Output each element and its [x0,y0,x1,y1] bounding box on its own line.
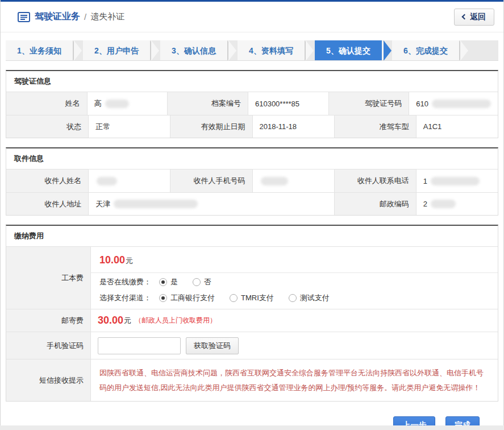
pickup-table-row: 收件人地址 天津 邮政编码 2 [6,192,498,215]
previous-step-button[interactable]: 上一步 [393,416,435,425]
step-2-user-declaration[interactable]: 2、用户申告 [83,40,150,61]
channel-option-icbc[interactable]: 工商银行支付 [159,293,215,303]
mail-fee-value: 30.00元 （邮政人员上门收取费用） [90,309,498,332]
sms-code-value: 获取验证码 [90,332,498,359]
license-table-row: 姓名 高 档案编号 610300****85 驾驶证号码 610 [6,92,498,115]
step-6-complete-submit[interactable]: 6、完成提交 [392,40,459,61]
step-label: 3、确认信息 [172,46,216,55]
vehicle-class-value: A1C1 [416,115,498,138]
sms-code-label: 手机验证码 [6,332,90,359]
valid-until-value: 2018-11-18 [252,115,334,138]
radio-unchecked-icon[interactable] [193,278,201,286]
production-fee-amount-line: 10.00元 [91,247,498,273]
valid-until-label: 有效期止日期 [170,115,252,138]
recipient-mobile-label: 收件人手机号码 [170,169,252,192]
back-button[interactable]: 返回 [454,9,494,26]
step-label: 6、完成提交 [403,46,448,55]
online-payment-question: 是否在线缴费： [99,277,151,287]
vehicle-class-label: 准驾车型 [334,115,416,138]
recipient-phone-label: 收件人联系电话 [334,169,416,192]
postal-code-label: 邮政编码 [334,192,416,215]
step-label: 5、确认提交 [326,46,370,55]
sms-code-row: 手机验证码 获取验证码 [6,332,498,359]
radio-option-label: TMRI支付 [241,293,274,303]
mail-fee-unit: 元 [124,316,131,326]
step-label: 4、资料填写 [249,46,293,55]
recipient-address-label: 收件人地址 [6,192,88,215]
name-value-text: 高 [94,98,102,109]
license-no-value: 610 [409,92,498,115]
production-fee-value: 10.00元 是否在线缴费： 是 否 选择支付渠道： [90,247,498,309]
fees-section: 缴纳费用 工本费 10.00元 是否在线缴费： 是 否 [6,225,498,402]
step-wizard: 1、业务须知 2、用户申告 3、确认信息 4、资料填写 5、确认提交 6、完成提… [6,40,498,61]
step-label: 1、业务须知 [17,46,61,55]
recipient-name-label: 收件人姓名 [6,169,88,192]
footer-actions: 上一步 完成 [1,416,480,425]
step-5-confirm-submit[interactable]: 5、确认提交 [315,40,382,61]
chevron-left-icon [462,14,468,20]
file-no-value: 610300****85 [248,92,328,115]
recipient-phone-value-text: 1 [423,177,427,185]
license-list-icon [18,12,30,22]
license-table-row: 状态 正常 有效期止日期 2018-11-18 准驾车型 A1C1 [6,115,498,138]
pickup-section-title: 取件信息 [6,148,498,169]
redacted-value [97,177,117,185]
radio-checked-icon[interactable] [159,278,167,286]
file-no-label: 档案编号 [167,92,248,115]
get-code-button[interactable]: 获取验证码 [186,337,239,354]
name-label: 姓名 [6,92,87,115]
radio-unchecked-icon[interactable] [289,294,297,302]
page: 驾驶证业务 / 遗失补证 返回 1、业务须知 2、用户申告 3、确认信息 4、资… [0,0,504,425]
payment-channel-question: 选择支付渠道： [99,293,151,303]
sms-tip-value: 因陕西省联通、电信运营商技术问题，陕西省互联网交通安全综合服务管理平台无法向持陕… [90,359,498,401]
license-no-label: 驾驶证号码 [328,92,409,115]
redacted-value [261,177,288,185]
header: 驾驶证业务 / 遗失补证 返回 [1,2,503,32]
postal-code-value: 2 [416,192,498,215]
radio-option-label: 测试支付 [300,293,330,303]
finish-button[interactable]: 完成 [445,416,480,425]
redacted-value [432,100,491,108]
license-no-value-text: 610 [416,100,428,108]
postal-code-value-text: 2 [423,200,427,208]
radio-option-label: 是 [170,277,178,287]
redacted-value [105,100,129,108]
channel-option-test[interactable]: 测试支付 [289,293,330,303]
sms-tip-row: 短信接收提示 因陕西省联通、电信运营商技术问题，陕西省互联网交通安全综合服务管理… [6,359,498,401]
online-payment-option-no[interactable]: 否 [193,277,211,287]
mail-fee-label: 邮寄费 [6,309,90,332]
page-title: 驾驶证业务 [35,11,80,23]
radio-unchecked-icon[interactable] [230,294,238,302]
mail-fee-amount: 30.00 [98,315,123,326]
redacted-value [114,200,198,208]
recipient-address-value: 天津 [88,192,334,215]
step-4-fill-data[interactable]: 4、资料填写 [238,40,305,61]
redacted-value [431,200,456,208]
radio-option-label: 工商银行支付 [170,293,215,303]
online-payment-question-row: 是否在线缴费： 是 否 [91,273,498,289]
mail-fee-note: （邮政人员上门收取费用） [135,316,216,325]
status-label: 状态 [6,115,88,138]
recipient-mobile-value [252,169,334,192]
mail-fee-row: 邮寄费 30.00元 （邮政人员上门收取费用） [6,309,498,332]
fees-section-title: 缴纳费用 [6,226,498,247]
production-fee-unit: 元 [126,257,133,265]
channel-option-tmri[interactable]: TMRI支付 [230,293,274,303]
recipient-phone-value: 1 [416,169,498,192]
sms-code-input[interactable] [98,337,181,354]
sms-tip-label: 短信接收提示 [6,359,90,401]
license-section-title: 驾驶证信息 [6,71,498,92]
recipient-address-value-text: 天津 [95,199,110,209]
breadcrumb-separator: / [84,12,86,22]
recipient-name-value [88,169,170,192]
pickup-info-section: 取件信息 收件人姓名 收件人手机号码 收件人联系电话 1 收件人地址 天津 [6,147,498,216]
name-value: 高 [87,92,168,115]
radio-checked-icon[interactable] [159,294,167,302]
production-fee-label: 工本费 [6,247,90,309]
back-button-label: 返回 [470,12,486,22]
step-3-confirm-info[interactable]: 3、确认信息 [160,40,227,61]
production-fee-row: 工本费 10.00元 是否在线缴费： 是 否 选 [6,247,498,309]
step-1-business-notice[interactable]: 1、业务须知 [6,40,73,61]
production-fee-amount: 10.00 [99,254,125,266]
online-payment-option-yes[interactable]: 是 [159,277,178,287]
